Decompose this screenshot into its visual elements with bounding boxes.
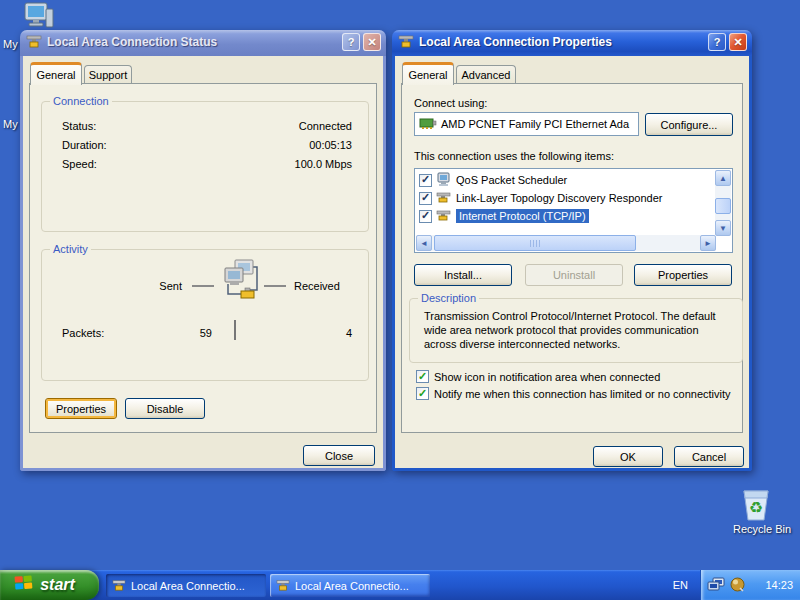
show-icon-checkbox[interactable] [416,370,429,383]
list-item-label: Link-Layer Topology Discovery Responder [456,192,662,204]
tab-general-status[interactable]: General [30,62,82,85]
taskbar-button-label: Local Area Connectio... [131,580,245,592]
list-item-qos[interactable]: QoS Packet Scheduler [419,171,567,189]
item-checkbox[interactable] [419,210,432,223]
my-computer-icon[interactable] [22,1,54,33]
duration-row-value: 00:05:13 [232,139,352,151]
close-button[interactable]: Close [303,445,375,466]
properties-window-titlebar[interactable]: Local Area Connection Properties ? ✕ [392,30,752,56]
properties-window-body: General Advanced Connect using: AMD [392,56,752,471]
cancel-button[interactable]: Cancel [674,446,744,467]
speed-row-label: Speed: [62,158,97,170]
status-tab-page: Connection Status: Connected Duration: 0… [29,83,377,433]
list-item-tcpip[interactable]: Internet Protocol (TCP/IP) [419,207,589,225]
help-button[interactable]: ? [342,33,360,51]
close-window-button[interactable]: ✕ [363,33,381,51]
horizontal-scroll-thumb[interactable] [434,235,636,251]
description-group-label: Description [418,292,479,304]
network-connection-icon [112,579,126,593]
tab-advanced[interactable]: Advanced [456,65,516,83]
taskbar-button-label: Local Area Connectio... [295,580,409,592]
duration-row-label: Duration: [62,139,107,151]
scroll-down-button[interactable]: ▼ [715,220,731,236]
taskbar-button-status[interactable]: Local Area Connectio... [106,574,266,597]
network-connection-icon [26,34,42,50]
items-list-label: This connection uses the following items… [414,150,614,162]
connection-group-label: Connection [50,95,112,107]
install-button[interactable]: Install... [414,264,512,286]
scroll-up-button[interactable]: ▲ [715,170,731,186]
protocol-icon [436,191,452,205]
ok-button[interactable]: OK [593,446,663,467]
svg-text:♻: ♻ [749,499,763,516]
packets-divider [234,320,236,340]
activity-group-label: Activity [50,243,91,255]
properties-tab-page: Connect using: AMD PCNET Family PCI Ethe… [401,83,743,433]
close-window-button[interactable]: ✕ [729,33,747,51]
connect-using-label: Connect using: [414,97,487,109]
received-label: Received [294,280,340,292]
sent-label: Sent [112,280,182,292]
windows-logo-icon [14,574,34,596]
tab-support[interactable]: Support [84,65,132,83]
list-item-label-selected: Internet Protocol (TCP/IP) [456,209,589,223]
vertical-scroll-thumb[interactable] [715,198,731,214]
item-properties-button[interactable]: Properties [634,264,732,286]
item-checkbox[interactable] [419,174,432,187]
desktop: My My ♻ Recycle Bin Local Area Connectio… [0,0,800,600]
item-checkbox[interactable] [419,192,432,205]
status-window-titlebar[interactable]: Local Area Connection Status ? ✕ [20,30,386,56]
scroll-right-button[interactable]: ► [700,235,716,251]
packets-label: Packets: [62,327,104,339]
disable-button[interactable]: Disable [125,398,205,419]
tab-general-properties[interactable]: General [402,62,454,85]
adapter-field[interactable]: AMD PCNET Family PCI Ethernet Ada [414,112,639,136]
sent-dash [192,285,214,287]
activity-group: Activity Sent [41,249,369,381]
show-icon-checkbox-label: Show icon in notification area when conn… [434,371,660,383]
start-button[interactable]: start [0,570,99,600]
taskbar-button-properties[interactable]: Local Area Connectio... [270,574,430,597]
language-indicator[interactable]: EN [673,570,688,600]
list-item-lltd[interactable]: Link-Layer Topology Discovery Responder [419,189,662,207]
description-group: Description Transmission Control Protoco… [409,298,743,363]
status-row-label: Status: [62,120,96,132]
properties-window-title: Local Area Connection Properties [419,35,705,49]
properties-window: Local Area Connection Properties ? ✕ Gen… [392,30,752,471]
uninstall-button: Uninstall [525,264,623,286]
packets-sent-value: 59 [162,327,212,339]
clock[interactable]: 14:23 [765,579,793,591]
desktop-icon-label-partial-2[interactable]: My [3,118,18,130]
configure-button[interactable]: Configure... [645,113,733,136]
desktop-icon-label-partial-1[interactable]: My [3,38,18,50]
status-window: Local Area Connection Status ? ✕ General… [20,30,386,471]
connection-items-list: QoS Packet Scheduler Link-Layer Topology… [414,168,733,253]
notify-checkbox-row[interactable]: Notify me when this connection has limit… [416,387,731,400]
speed-row-value: 100.0 Mbps [232,158,352,170]
scroll-left-button[interactable]: ◄ [416,235,432,251]
recycle-bin-label[interactable]: Recycle Bin [722,523,800,535]
system-tray: 14:23 [700,570,800,600]
description-text: Transmission Control Protocol/Internet P… [424,309,732,351]
received-dash [264,285,286,287]
notify-checkbox[interactable] [416,387,429,400]
connection-group: Connection Status: Connected Duration: 0… [41,101,369,232]
properties-button[interactable]: Properties [45,398,117,419]
network-adapter-icon [419,116,437,132]
network-connection-icon [276,579,290,593]
horizontal-scrollbar[interactable]: ◄ ► [416,235,716,251]
status-window-title: Local Area Connection Status [47,35,339,49]
volume-tray-icon[interactable] [730,577,745,594]
packets-received-value: 4 [292,327,352,339]
show-icon-checkbox-row[interactable]: Show icon in notification area when conn… [416,370,660,383]
network-tray-icon[interactable] [707,577,725,594]
vertical-scrollbar[interactable]: ▲ ▼ [715,170,731,236]
recycle-bin-icon[interactable]: ♻ [736,486,776,524]
help-button[interactable]: ? [708,33,726,51]
taskbar: start Local Area Connectio... Local A [0,570,800,600]
status-window-body: General Support Connection Status: Conne… [20,56,386,471]
notify-checkbox-label: Notify me when this connection has limit… [434,388,731,400]
adapter-name: AMD PCNET Family PCI Ethernet Ada [441,118,629,130]
network-activity-icon [214,258,260,308]
protocol-icon [436,209,452,223]
